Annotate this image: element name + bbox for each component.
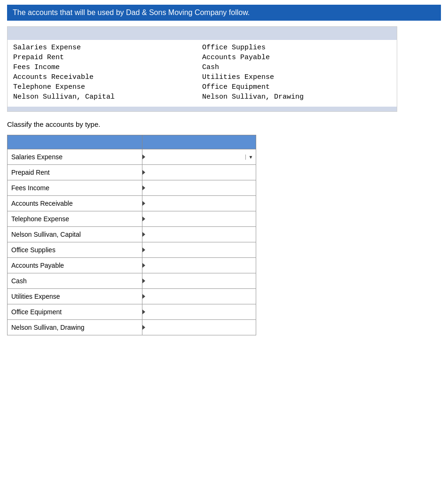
input-triangle-icon [142,294,145,299]
account-item: Fees Income [13,62,202,72]
classify-input-cell[interactable] [142,180,256,196]
classify-input[interactable] [147,182,256,194]
classify-input-cell[interactable] [142,196,256,211]
classify-input-cell[interactable] [142,320,256,335]
classify-input[interactable] [147,306,256,318]
account-label: Nelson Sullivan, Drawing [8,320,142,335]
input-triangle-icon [142,263,145,268]
account-item: Office Equipment [202,82,391,92]
input-triangle-icon [142,232,145,237]
classify-input-cell[interactable] [142,258,256,273]
table-row: Office Equipment [8,304,256,320]
input-triangle-icon [142,201,145,206]
table-row: Office Supplies [8,242,256,258]
account-label: Salaries Expense [8,149,142,165]
classify-input-cell[interactable] [142,211,256,227]
classify-input[interactable] [147,167,256,178]
input-triangle-icon [142,186,145,190]
table-row: Fees Income [8,180,256,196]
table-row: Utilities Expense [8,289,256,304]
table-row: Salaries Expense ▼ [8,149,256,165]
classify-input[interactable] [147,151,245,163]
classify-input-cell[interactable] [142,165,256,180]
account-label: Accounts Payable [8,258,142,273]
classify-input[interactable] [147,322,256,333]
account-item: Office Supplies [202,43,391,53]
account-label: Accounts Receivable [8,196,142,211]
table-row: Accounts Receivable [8,196,256,211]
account-item: Nelson Sullivan, Capital [13,92,202,102]
account-label: Office Supplies [8,242,142,258]
account-label: Telephone Expense [8,211,142,227]
accounts-grid: Salaries Expense Office Supplies Prepaid… [8,40,397,107]
classify-input-cell[interactable] [142,304,256,320]
accounts-table-footer [8,107,397,111]
account-item: Salaries Expense [13,43,202,53]
accounts-table-header [8,27,397,40]
table-row: Nelson Sullivan, Capital [8,227,256,242]
account-label: Office Equipment [8,304,142,320]
col-header-2 [142,135,256,149]
header-banner: The accounts that will be used by Dad & … [7,5,441,21]
table-row: Nelson Sullivan, Drawing [8,320,256,335]
col-header-1 [8,135,142,149]
table-row: Prepaid Rent [8,165,256,180]
account-item: Nelson Sullivan, Drawing [202,92,391,102]
table-row: Telephone Expense [8,211,256,227]
table-row: Cash [8,273,256,289]
account-item: Prepaid Rent [13,53,202,62]
account-label: Cash [8,273,142,289]
account-label: Fees Income [8,180,142,196]
classify-input[interactable] [147,213,256,225]
account-label: Utilities Expense [8,289,142,304]
account-item: Accounts Payable [202,53,391,62]
classify-input-cell[interactable] [142,242,256,258]
accounts-table: Salaries Expense Office Supplies Prepaid… [7,26,397,112]
input-triangle-icon [142,170,145,175]
input-triangle-icon [142,217,145,221]
dropdown-arrow-icon[interactable]: ▼ [245,155,256,160]
input-triangle-icon [142,248,145,252]
input-triangle-icon [142,310,145,314]
classify-input-cell[interactable] [142,273,256,289]
account-label: Prepaid Rent [8,165,142,180]
classify-table-header-row [8,135,256,149]
classify-input-cell[interactable]: ▼ [142,149,256,165]
input-triangle-icon [142,325,145,330]
account-label: Nelson Sullivan, Capital [8,227,142,242]
account-item: Accounts Receivable [13,72,202,82]
classify-input[interactable] [147,244,256,256]
input-triangle-icon [142,279,145,283]
classify-instruction: Classify the accounts by type. [7,120,441,128]
classify-input[interactable] [147,229,256,240]
classify-table: Salaries Expense ▼ Prepaid Rent Fees Inc [7,135,256,335]
account-item: Cash [202,62,391,72]
account-item: Utilities Expense [202,72,391,82]
table-row: Accounts Payable [8,258,256,273]
classify-input[interactable] [147,198,256,209]
classify-input[interactable] [147,260,256,271]
input-triangle-icon [142,155,145,159]
classify-input-cell[interactable] [142,289,256,304]
classify-input-cell[interactable] [142,227,256,242]
account-item: Telephone Expense [13,82,202,92]
classify-input[interactable] [147,275,256,287]
classify-input[interactable] [147,291,256,302]
